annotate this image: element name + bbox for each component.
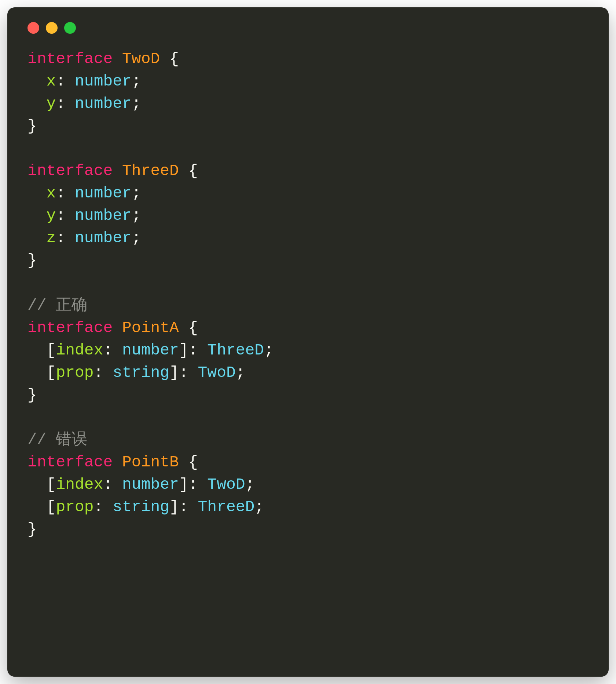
type-number: number xyxy=(75,207,132,225)
comment-correct: // 正确 xyxy=(27,296,87,314)
maximize-icon[interactable] xyxy=(64,22,76,34)
prop-name: prop xyxy=(56,498,94,516)
brace-close: } xyxy=(27,117,37,135)
colon: : xyxy=(56,184,65,202)
code-content: interface TwoD { x: number; y: number; }… xyxy=(27,48,588,541)
type-twod: TwoD xyxy=(198,364,236,382)
close-icon[interactable] xyxy=(27,22,39,34)
semicolon: ; xyxy=(245,476,255,494)
type-number: number xyxy=(75,229,132,247)
brace-close: } xyxy=(27,386,37,404)
index-name: index xyxy=(56,476,103,494)
type-number: number xyxy=(75,184,132,202)
interface-name-pointb: PointB xyxy=(122,453,179,471)
type-number: number xyxy=(122,476,179,494)
keyword-interface: interface xyxy=(27,453,113,471)
colon: : xyxy=(103,341,113,359)
colon: : xyxy=(94,498,103,516)
index-name: index xyxy=(56,341,103,359)
semicolon: ; xyxy=(132,95,141,113)
semicolon: ; xyxy=(254,498,264,516)
brace-open: { xyxy=(188,453,198,471)
brace-open: { xyxy=(188,162,198,180)
semicolon: ; xyxy=(132,229,141,247)
bracket-close: ] xyxy=(179,476,188,494)
brace-open: { xyxy=(169,50,179,68)
type-threed: ThreeD xyxy=(198,498,255,516)
type-threed: ThreeD xyxy=(207,341,264,359)
bracket-open: [ xyxy=(47,341,56,359)
colon: : xyxy=(179,498,188,516)
bracket-open: [ xyxy=(47,364,56,382)
type-number: number xyxy=(122,341,179,359)
colon: : xyxy=(56,229,65,247)
keyword-interface: interface xyxy=(27,162,113,180)
interface-name-twod: TwoD xyxy=(122,50,160,68)
brace-open: { xyxy=(188,319,198,337)
bracket-close: ] xyxy=(179,341,188,359)
colon: : xyxy=(188,476,198,494)
bracket-open: [ xyxy=(47,476,56,494)
prop-name: prop xyxy=(56,364,94,382)
semicolon: ; xyxy=(132,207,141,225)
prop-x: x xyxy=(47,72,56,90)
semicolon: ; xyxy=(264,341,274,359)
type-twod: TwoD xyxy=(207,476,245,494)
colon: : xyxy=(56,207,65,225)
colon: : xyxy=(103,476,113,494)
colon: : xyxy=(188,341,198,359)
interface-name-pointa: PointA xyxy=(122,319,179,337)
semicolon: ; xyxy=(132,184,141,202)
type-string: string xyxy=(113,364,169,382)
bracket-open: [ xyxy=(47,498,56,516)
brace-close: } xyxy=(27,251,37,269)
window-controls xyxy=(27,22,588,34)
prop-x: x xyxy=(47,184,56,202)
interface-name-threed: ThreeD xyxy=(122,162,179,180)
keyword-interface: interface xyxy=(27,319,113,337)
comment-wrong: // 错误 xyxy=(27,431,87,449)
type-number: number xyxy=(75,95,132,113)
code-window: interface TwoD { x: number; y: number; }… xyxy=(7,7,609,677)
bracket-close: ] xyxy=(169,498,179,516)
colon: : xyxy=(94,364,103,382)
prop-y: y xyxy=(47,207,56,225)
colon: : xyxy=(179,364,188,382)
brace-close: } xyxy=(27,520,37,538)
type-number: number xyxy=(75,72,132,90)
minimize-icon[interactable] xyxy=(46,22,58,34)
semicolon: ; xyxy=(132,72,141,90)
semicolon: ; xyxy=(236,364,245,382)
type-string: string xyxy=(113,498,169,516)
keyword-interface: interface xyxy=(27,50,113,68)
colon: : xyxy=(56,72,65,90)
bracket-close: ] xyxy=(169,364,179,382)
colon: : xyxy=(56,95,65,113)
prop-y: y xyxy=(47,95,56,113)
prop-z: z xyxy=(47,229,56,247)
